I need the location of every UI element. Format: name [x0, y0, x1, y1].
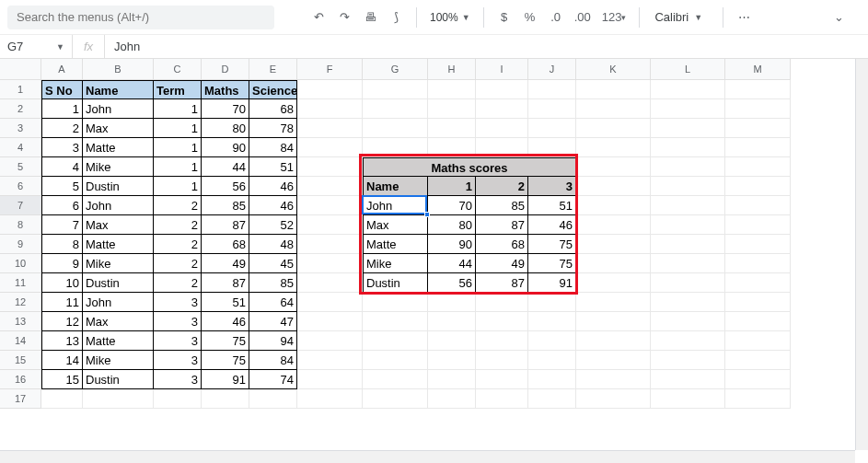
cell-bg[interactable]: [651, 273, 725, 293]
pivot-cell-name[interactable]: Dustin: [363, 273, 428, 293]
main-cell-sno[interactable]: 14: [41, 351, 83, 370]
cell-bg[interactable]: [297, 331, 363, 351]
cell-bg[interactable]: [297, 119, 363, 138]
cell-bg[interactable]: [476, 312, 528, 331]
row-header-17[interactable]: 17: [0, 389, 41, 409]
cell-bg[interactable]: [651, 99, 725, 119]
column-header-M[interactable]: M: [725, 59, 791, 80]
main-cell-science[interactable]: 46: [249, 177, 297, 196]
pivot-cell-2[interactable]: 85: [476, 196, 528, 215]
main-cell-name[interactable]: Mike: [83, 351, 154, 370]
main-cell-term[interactable]: 1: [154, 99, 202, 119]
decrease-decimal-button[interactable]: .0: [545, 5, 567, 30]
cell-bg[interactable]: [428, 370, 476, 389]
column-header-B[interactable]: B: [83, 59, 154, 80]
main-cell-science[interactable]: 68: [249, 99, 297, 119]
main-cell-term[interactable]: 1: [154, 177, 202, 196]
pivot-header-name[interactable]: Name: [363, 177, 428, 196]
main-cell-name[interactable]: Matte: [83, 138, 154, 157]
main-cell-maths[interactable]: 90: [202, 138, 249, 157]
main-cell-term[interactable]: 3: [154, 370, 202, 389]
pivot-cell-2[interactable]: 49: [476, 254, 528, 273]
main-cell-maths[interactable]: 49: [202, 254, 249, 273]
cell-bg[interactable]: [428, 389, 476, 409]
main-cell-term[interactable]: 3: [154, 312, 202, 331]
cell-bg[interactable]: [651, 177, 725, 196]
cell-bg[interactable]: [476, 293, 528, 312]
main-cell-name[interactable]: Matte: [83, 235, 154, 254]
cell-bg[interactable]: [576, 215, 651, 235]
pivot-cell-3[interactable]: 46: [528, 215, 576, 235]
main-cell-maths[interactable]: 56: [202, 177, 249, 196]
cell-bg[interactable]: [651, 119, 725, 138]
main-cell-name[interactable]: John: [83, 293, 154, 312]
pivot-cell-1[interactable]: 70: [428, 196, 476, 215]
pivot-cell-1[interactable]: 44: [428, 254, 476, 273]
cell-bg[interactable]: [528, 331, 576, 351]
cell-bg[interactable]: [651, 389, 725, 409]
cell-bg[interactable]: [83, 389, 154, 409]
main-cell-name[interactable]: Max: [83, 215, 154, 235]
pivot-cell-name[interactable]: Max: [363, 215, 428, 235]
pivot-title[interactable]: Maths scores: [363, 157, 576, 177]
cell-bg[interactable]: [528, 80, 576, 99]
main-cell-name[interactable]: Dustin: [83, 273, 154, 293]
cell-bg[interactable]: [297, 99, 363, 119]
row-header-5[interactable]: 5: [0, 157, 41, 177]
main-cell-name[interactable]: Mike: [83, 157, 154, 177]
cell-bg[interactable]: [725, 389, 791, 409]
cell-bg[interactable]: [297, 370, 363, 389]
row-header-13[interactable]: 13: [0, 312, 41, 331]
main-header-name[interactable]: Name: [83, 80, 154, 99]
main-cell-sno[interactable]: 11: [41, 293, 83, 312]
main-cell-name[interactable]: Max: [83, 312, 154, 331]
cell-bg[interactable]: [651, 215, 725, 235]
cell-bg[interactable]: [41, 389, 83, 409]
cell-bg[interactable]: [651, 157, 725, 177]
main-cell-science[interactable]: 78: [249, 119, 297, 138]
select-all-corner[interactable]: [0, 59, 41, 80]
cell-bg[interactable]: [651, 80, 725, 99]
main-cell-maths[interactable]: 51: [202, 293, 249, 312]
cell-bg[interactable]: [651, 293, 725, 312]
main-cell-science[interactable]: 74: [249, 370, 297, 389]
cell-bg[interactable]: [576, 331, 651, 351]
row-header-14[interactable]: 14: [0, 331, 41, 351]
pivot-cell-2[interactable]: 87: [476, 215, 528, 235]
column-header-A[interactable]: A: [41, 59, 83, 80]
main-cell-science[interactable]: 52: [249, 215, 297, 235]
pivot-cell-2[interactable]: 68: [476, 235, 528, 254]
cell-bg[interactable]: [363, 331, 428, 351]
row-header-3[interactable]: 3: [0, 119, 41, 138]
menu-search-input[interactable]: [7, 6, 274, 29]
main-cell-science[interactable]: 48: [249, 235, 297, 254]
cell-bg[interactable]: [249, 389, 297, 409]
main-cell-name[interactable]: Dustin: [83, 370, 154, 389]
main-cell-science[interactable]: 84: [249, 351, 297, 370]
cell-bg[interactable]: [651, 331, 725, 351]
column-headers[interactable]: ABCDEFGHIJKLM: [41, 59, 791, 80]
main-cell-sno[interactable]: 4: [41, 157, 83, 177]
cell-bg[interactable]: [725, 215, 791, 235]
scrollbar-vertical[interactable]: [855, 59, 868, 450]
cell-bg[interactable]: [528, 138, 576, 157]
cell-bg[interactable]: [428, 99, 476, 119]
cell-bg[interactable]: [725, 351, 791, 370]
cell-bg[interactable]: [428, 331, 476, 351]
cell-bg[interactable]: [297, 254, 363, 273]
main-cell-name[interactable]: Mike: [83, 254, 154, 273]
main-header-maths[interactable]: Maths: [202, 80, 249, 99]
cell-bg[interactable]: [725, 273, 791, 293]
pivot-cell-name[interactable]: John: [363, 196, 428, 215]
row-header-8[interactable]: 8: [0, 215, 41, 235]
cell-bg[interactable]: [297, 138, 363, 157]
main-cell-sno[interactable]: 7: [41, 215, 83, 235]
main-cell-term[interactable]: 1: [154, 119, 202, 138]
cell-bg[interactable]: [576, 177, 651, 196]
cell-bg[interactable]: [297, 235, 363, 254]
main-cell-sno[interactable]: 3: [41, 138, 83, 157]
cell-bg[interactable]: [528, 293, 576, 312]
column-header-J[interactable]: J: [528, 59, 576, 80]
cell-bg[interactable]: [428, 80, 476, 99]
cell-bg[interactable]: [651, 370, 725, 389]
